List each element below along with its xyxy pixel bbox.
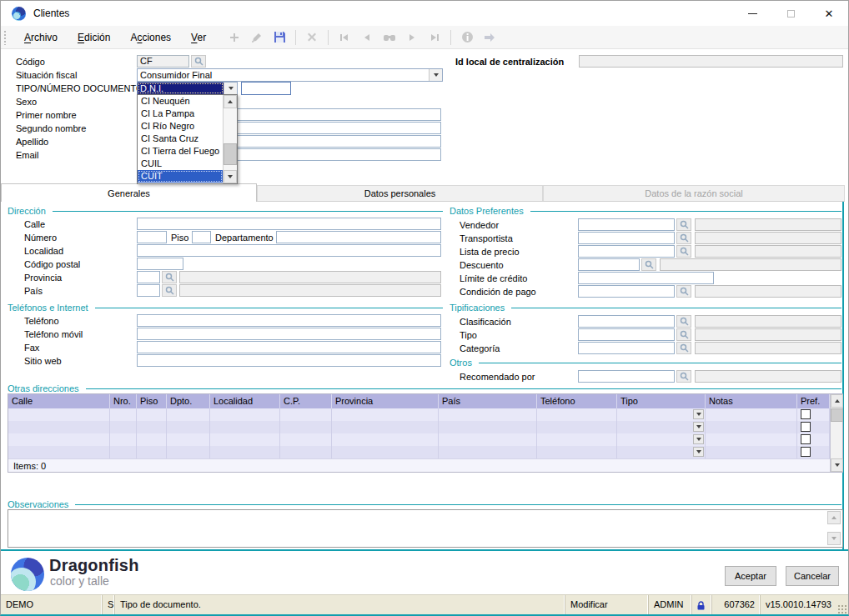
grid-cell-tipo[interactable] bbox=[617, 421, 706, 433]
categoria-lookup-button[interactable] bbox=[676, 342, 691, 354]
menu-acciones[interactable]: Acciones bbox=[122, 28, 179, 47]
grid-row[interactable] bbox=[8, 446, 830, 458]
provincia-lookup-button[interactable] bbox=[162, 271, 177, 283]
grid-cell-dpto[interactable] bbox=[167, 446, 210, 458]
toolbar-grip[interactable] bbox=[3, 30, 8, 45]
pais-lookup-button[interactable] bbox=[162, 284, 177, 297]
codigo-field[interactable]: CF bbox=[137, 55, 189, 68]
limite-credito-field[interactable] bbox=[578, 272, 714, 284]
grid-row[interactable] bbox=[8, 433, 830, 446]
grid-cell-nro[interactable] bbox=[110, 433, 137, 446]
tab-datos-personales[interactable]: Datos personales bbox=[257, 185, 543, 202]
grid-cell-localidad[interactable] bbox=[210, 421, 280, 433]
grid-cell-nro[interactable] bbox=[110, 408, 137, 421]
grid-cell-calle[interactable] bbox=[8, 421, 110, 433]
dropdown-option-cuil[interactable]: CUIL bbox=[138, 158, 223, 170]
grid-scroll-thumb[interactable] bbox=[831, 408, 843, 422]
provincia-code-field[interactable] bbox=[137, 271, 160, 283]
grid-cell-provincia[interactable] bbox=[332, 421, 439, 433]
piso-field[interactable] bbox=[192, 231, 211, 243]
column-header-calle[interactable]: Calle bbox=[8, 394, 110, 408]
grid-cell-localidad[interactable] bbox=[210, 433, 280, 446]
grid-cell-tipo[interactable] bbox=[617, 408, 706, 421]
tipo-documento-combo[interactable]: D.N.I. bbox=[137, 82, 238, 95]
grid-cell-nro[interactable] bbox=[110, 421, 137, 433]
sitio-web-field[interactable] bbox=[137, 354, 441, 367]
column-header-pais[interactable]: País bbox=[439, 394, 537, 408]
transportista-lookup-button[interactable] bbox=[676, 232, 691, 244]
numero-field[interactable] bbox=[137, 231, 167, 243]
grid-cell-notas[interactable] bbox=[706, 408, 797, 421]
recomendado-por-lookup-button[interactable] bbox=[676, 370, 691, 383]
vendedor-code-field[interactable] bbox=[578, 218, 675, 231]
lista-precio-code-field[interactable] bbox=[578, 245, 675, 258]
grid-cell-telefono[interactable] bbox=[537, 421, 617, 433]
grid-row[interactable] bbox=[8, 421, 830, 433]
condicion-pago-lookup-button[interactable] bbox=[676, 285, 691, 298]
fax-field[interactable] bbox=[137, 341, 441, 353]
clasificacion-code-field[interactable] bbox=[578, 315, 675, 328]
dropdown-option-ci-santa-cruz[interactable]: CI Santa Cruz bbox=[138, 133, 223, 145]
situacion-fiscal-dropdown-button[interactable] bbox=[429, 69, 442, 81]
resize-grip[interactable] bbox=[837, 604, 847, 614]
grid-cell-pais[interactable] bbox=[439, 421, 537, 433]
grid-cell-nro[interactable] bbox=[110, 446, 137, 458]
grid-cell-telefono[interactable] bbox=[537, 433, 617, 446]
grid-cell-dpto[interactable] bbox=[167, 433, 210, 446]
grid-cell-c-p[interactable] bbox=[280, 421, 332, 433]
grid-cell-pref[interactable] bbox=[797, 446, 830, 458]
column-header-piso[interactable]: Piso bbox=[137, 394, 167, 408]
grid-cell-localidad[interactable] bbox=[210, 408, 280, 421]
grid-cell-provincia[interactable] bbox=[332, 408, 439, 421]
grid-cell-notas[interactable] bbox=[706, 421, 797, 433]
departamento-field[interactable] bbox=[276, 231, 441, 243]
grid-cell-telefono[interactable] bbox=[537, 408, 617, 421]
dropdown-scrollbar[interactable] bbox=[223, 95, 237, 183]
menu-archivo[interactable]: Archivo bbox=[16, 28, 66, 47]
grid-cell-piso[interactable] bbox=[137, 446, 167, 458]
pref-checkbox[interactable] bbox=[801, 447, 811, 457]
grid-cell-provincia[interactable] bbox=[332, 433, 439, 446]
calle-field[interactable] bbox=[137, 218, 441, 230]
grid-cell-pais[interactable] bbox=[439, 446, 537, 458]
grid-scrollbar[interactable] bbox=[830, 394, 842, 472]
grid-cell-calle[interactable] bbox=[8, 433, 110, 446]
pref-checkbox[interactable] bbox=[801, 422, 811, 432]
grid-cell-pref[interactable] bbox=[797, 421, 830, 433]
column-header-provincia[interactable]: Provincia bbox=[332, 394, 439, 408]
grid-cell-piso[interactable] bbox=[137, 421, 167, 433]
save-button[interactable] bbox=[271, 29, 288, 46]
column-header-telefono[interactable]: Teléfono bbox=[537, 394, 617, 408]
grid-scroll-down-button[interactable] bbox=[831, 458, 843, 472]
telefono-field[interactable] bbox=[137, 314, 441, 327]
tab-generales[interactable]: Generales bbox=[1, 183, 257, 202]
column-header-dpto[interactable]: Dpto. bbox=[167, 394, 210, 408]
aceptar-button[interactable]: Aceptar bbox=[725, 566, 776, 586]
tipo-dropdown-button[interactable] bbox=[693, 447, 704, 457]
dropdown-option-ci-tierra-del-fuego[interactable]: CI Tierra del Fuego bbox=[138, 145, 223, 158]
menu-edicion[interactable]: Edición bbox=[69, 28, 118, 47]
tipo-dropdown-button[interactable] bbox=[693, 422, 704, 432]
grid-cell-pais[interactable] bbox=[439, 433, 537, 446]
grid-cell-calle[interactable] bbox=[8, 446, 110, 458]
observaciones-textarea[interactable] bbox=[8, 509, 843, 548]
grid-scroll-up-button[interactable] bbox=[831, 394, 843, 408]
tipo-dropdown-button[interactable] bbox=[693, 409, 704, 419]
dropdown-option-cuit[interactable]: CUIT bbox=[138, 170, 223, 183]
tipo-dropdown-button[interactable] bbox=[693, 434, 704, 444]
grid-cell-pref[interactable] bbox=[797, 408, 830, 421]
grid-row[interactable] bbox=[8, 408, 830, 421]
tipo-documento-dropdown-button[interactable] bbox=[224, 83, 237, 94]
grid-cell-dpto[interactable] bbox=[167, 421, 210, 433]
recomendado-por-code-field[interactable] bbox=[578, 370, 675, 383]
grid-cell-c-p[interactable] bbox=[280, 446, 332, 458]
scroll-up-button[interactable] bbox=[224, 95, 237, 108]
grid-cell-c-p[interactable] bbox=[280, 433, 332, 446]
descuento-lookup-button[interactable] bbox=[641, 258, 656, 271]
pref-checkbox[interactable] bbox=[801, 409, 811, 419]
grid-cell-localidad[interactable] bbox=[210, 446, 280, 458]
pref-checkbox[interactable] bbox=[801, 434, 811, 444]
grid-cell-piso[interactable] bbox=[137, 433, 167, 446]
grid-cell-pais[interactable] bbox=[439, 408, 537, 421]
column-header-tipo[interactable]: Tipo bbox=[617, 394, 706, 408]
